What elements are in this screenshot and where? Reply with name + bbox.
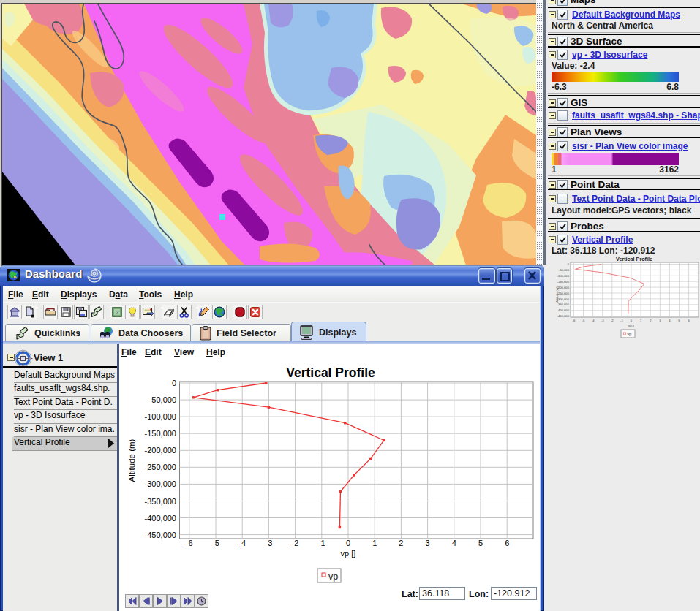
svg-text:0: 0 [631,319,633,322]
svg-text:-1: -1 [620,319,623,322]
svg-text:-6: -6 [573,319,576,322]
svg-text:-4: -4 [238,539,246,547]
svg-text:-1: -1 [318,539,325,547]
svg-text:6: 6 [505,539,509,547]
svg-text:1: 1 [372,539,377,547]
svg-text:-250,000: -250,000 [145,463,176,471]
svg-text:-50,000: -50,000 [559,268,570,272]
svg-text:-3: -3 [601,319,604,322]
svg-text:5: 5 [478,539,483,547]
svg-text:Altitude (m): Altitude (m) [555,286,559,303]
svg-text:vp []: vp [] [341,549,356,558]
svg-text:-450,000: -450,000 [557,314,570,318]
svg-text:2: 2 [650,319,652,322]
svg-text:Vertical Profile: Vertical Profile [616,256,652,262]
svg-text:-100,000: -100,000 [557,274,570,278]
svg-text:4: 4 [452,539,456,547]
svg-text:vp: vp [628,332,632,336]
svg-text:6: 6 [688,319,690,322]
svg-text:-400,000: -400,000 [145,514,176,523]
svg-text:-150,000: -150,000 [145,429,176,438]
svg-text:-5: -5 [212,539,219,547]
svg-text:-2: -2 [611,319,614,322]
svg-text:-150,000: -150,000 [557,280,570,284]
svg-text:-350,000: -350,000 [145,497,176,506]
svg-text:?: ? [116,309,119,316]
svg-text:0: 0 [346,539,350,547]
svg-text:vp: vp [328,572,338,582]
svg-text:-100,000: -100,000 [145,412,176,421]
svg-text:-350,000: -350,000 [557,303,570,306]
svg-text:vp []: vp [] [628,324,634,327]
svg-text:-50,000: -50,000 [149,395,176,404]
svg-text:4: 4 [669,319,671,322]
svg-text:-200,000: -200,000 [145,446,176,455]
svg-text:-300,000: -300,000 [145,479,176,488]
svg-text:3: 3 [426,539,430,547]
svg-text:-400,000: -400,000 [557,308,570,312]
svg-text:2: 2 [399,539,403,547]
svg-text:3: 3 [659,319,661,322]
svg-text:0: 0 [172,379,176,387]
svg-text:5: 5 [678,319,680,322]
svg-text:-5: -5 [582,319,585,322]
svg-text:-200,000: -200,000 [557,286,570,289]
svg-text:1: 1 [640,319,642,322]
svg-text:-250,000: -250,000 [557,292,570,295]
svg-text:-2: -2 [292,539,299,547]
svg-text:Vertical Profile: Vertical Profile [286,365,375,380]
svg-text:-3: -3 [266,539,273,547]
svg-text:-4: -4 [592,319,595,322]
svg-text:Altitude (m): Altitude (m) [127,439,136,482]
svg-text:-450,000: -450,000 [145,531,176,539]
svg-text:-6: -6 [186,539,193,547]
svg-text:0: 0 [568,262,570,266]
svg-text:-300,000: -300,000 [557,297,570,301]
